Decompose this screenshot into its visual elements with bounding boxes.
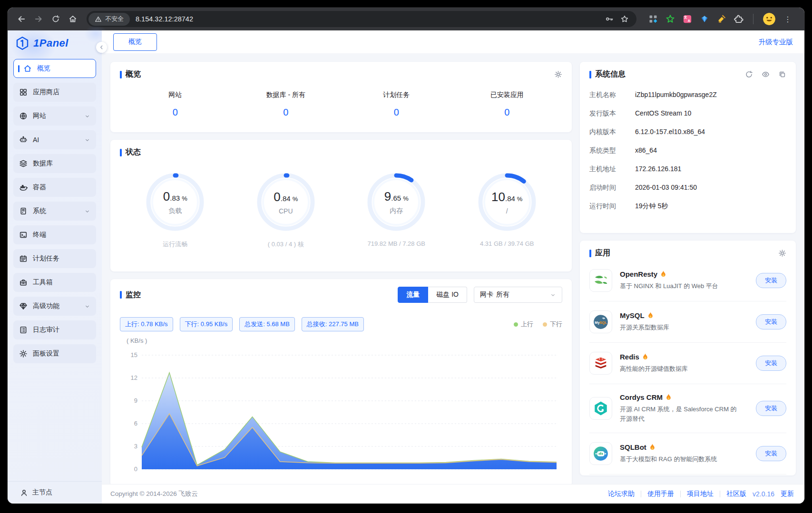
terminal-icon [19,231,28,239]
sidebar-collapse-button[interactable] [96,42,107,53]
app-row-openresty[interactable]: OpenResty 基于 NGINX 和 LuaJIT 的 Web 平台 安装 [589,260,786,301]
reload-icon[interactable] [49,12,63,26]
security-chip[interactable]: 不安全 [88,13,130,26]
sidebar-item-toolbox[interactable]: 工具箱 [13,273,96,292]
sysinfo-label: 启动时间 [589,184,635,192]
apps-settings-gear-icon[interactable] [778,249,786,257]
install-button-cordys-crm[interactable]: 安装 [756,401,786,416]
svg-text:6: 6 [134,420,137,427]
sidebar-item-overview[interactable]: 概览 [13,59,96,78]
sidebar-item-app-store[interactable]: 应用商店 [13,83,96,102]
sidebar-menu: 概览应用商店网站AI数据库容器系统终端计划任务工具箱高级功能日志审计面板设置 [8,56,102,363]
stat-installed-apps: 已安装应用0 [452,91,563,118]
sidebar-item-label: 工具箱 [33,278,53,287]
app-row-mysql[interactable]: MySQL MySQL 开源关系型数据库 安装 [589,301,786,343]
app-row-cordys-crm[interactable]: Cordys CRM 开源 AI CRM 系统，是 Salesforce CRM… [589,384,786,433]
overview-settings-gear-icon[interactable] [554,70,562,78]
sidebar-item-database[interactable]: 数据库 [13,154,96,173]
warning-icon [95,16,102,23]
footer-link-3[interactable]: 社区版 [726,490,746,498]
legend-item-上行[interactable]: 上行 [514,320,533,329]
update-link[interactable]: 更新 [781,490,794,498]
app-row-sqlbot[interactable]: SQLBot 基于大模型和 RAG 的智能问数系统 安装 [589,433,786,474]
stat-label: 数据库 - 所有 [231,91,342,99]
apps-title: 应用 [595,248,610,258]
url-bar[interactable]: 不安全 8.154.32.12:28742 [87,11,636,27]
sidebar-item-ai[interactable]: AI [13,130,96,149]
flame-icon [642,353,648,360]
extensions-puzzle-icon[interactable] [734,14,744,24]
app-name: Cordys CRM [620,393,748,401]
app-row-redis[interactable]: Redis 高性能的开源键值数据库 安装 [589,343,786,384]
sidebar-item-cronjob[interactable]: 计划任务 [13,249,96,268]
install-button-mysql[interactable]: 安装 [756,314,786,329]
refresh-icon[interactable] [745,70,753,78]
cordys-app-icon [589,397,612,420]
bookmark-star-icon[interactable] [620,15,629,23]
nic-select[interactable]: 网卡 所有 [474,287,562,303]
sidebar-item-audit[interactable]: 日志审计 [13,320,96,339]
stat-value-installed-apps[interactable]: 0 [452,107,563,118]
upgrade-pro-link[interactable]: 升级专业版 [759,38,793,47]
ext-gem-icon[interactable] [699,14,709,24]
openresty-app-icon [589,269,612,292]
sysinfo-label: 系统类型 [589,146,635,155]
stat-value-databases[interactable]: 0 [231,107,342,118]
monitor-tab-disk-io[interactable]: 磁盘 IO [428,287,467,303]
ext-translate-icon[interactable]: 文A [682,14,692,24]
install-button-sqlbot[interactable]: 安装 [756,446,786,461]
ext-grid-icon[interactable] [648,14,658,24]
sidebar-item-advanced[interactable]: 高级功能 [13,297,96,316]
robot-icon [19,136,28,144]
sidebar-item-system[interactable]: 系统 [13,202,96,221]
sidebar-item-website[interactable]: 网站 [13,106,96,126]
profile-avatar[interactable] [763,13,775,25]
sqlbot-app-icon [589,442,612,465]
browser-menu-kebab-icon[interactable]: ⋮ [783,15,793,24]
footer-link-1[interactable]: 使用手册 [647,490,674,498]
copy-icon[interactable] [778,70,786,78]
browser-home-icon[interactable] [66,12,80,26]
chevron-down-icon [84,303,90,310]
gauge-label: 内存 [390,207,403,215]
logo[interactable]: 1Panel [8,30,102,56]
main: 概览 升级专业版 概览 网站0数据库 - 所有0计划任务0已安装应用0 [102,30,804,503]
security-label: 不安全 [105,15,124,23]
install-button-openresty[interactable]: 安装 [756,273,786,288]
traffic-badge: 总接收: 227.75 MB [302,317,364,331]
tab-overview[interactable]: 概览 [113,33,157,51]
sysinfo-label: 运行时间 [589,202,635,211]
monitor-tab-traffic[interactable]: 流量 [398,287,428,303]
sidebar-item-label: 计划任务 [33,254,59,263]
stat-value-cronjobs[interactable]: 0 [341,107,452,118]
footer-link-0[interactable]: 论坛求助 [608,490,635,498]
legend-item-下行[interactable]: 下行 [543,320,562,329]
ext-star-icon[interactable] [665,14,675,24]
key-icon[interactable] [605,15,614,23]
version-text: v2.0.16 [753,490,774,498]
sysinfo-label: 主机名称 [589,91,635,99]
node-switcher[interactable]: 主节点 [8,481,102,503]
gauge-sub-label: 719.82 MB / 7.28 GB [368,240,425,247]
gauge-value: 10.84% [491,190,522,204]
eye-icon[interactable] [762,70,770,78]
ext-broom-icon[interactable] [716,14,726,24]
install-button-redis[interactable]: 安装 [756,356,786,371]
sidebar-item-settings[interactable]: 面板设置 [13,344,96,363]
legend-dot [514,322,518,327]
forward-icon[interactable] [31,12,46,26]
footer-link-2[interactable]: 项目地址 [687,490,714,498]
sidebar-item-terminal[interactable]: 终端 [13,225,96,244]
apps-card: 应用 OpenResty 基于 NGINX 和 LuaJIT 的 Web 平台 … [580,241,796,475]
stat-label: 已安装应用 [452,91,563,99]
app-description: 开源 AI CRM 系统，是 Salesforce CRM 的开源替代 [620,405,741,424]
sysinfo-value: 172.26.126.181 [635,165,681,174]
stat-value-websites[interactable]: 0 [120,107,231,118]
app-row-maxkb[interactable]: MaxKB 安装 [589,474,786,475]
sidebar-item-container[interactable]: 容器 [13,178,96,197]
back-icon[interactable] [14,12,29,26]
url-text[interactable]: 8.154.32.12:28742 [136,15,605,23]
svg-text:MySQL: MySQL [595,320,607,325]
sysinfo-value: iZbp11lpumkb0gpwrasge2Z [635,91,717,99]
traffic-chart: ( KB/s )15129630 [120,334,562,479]
